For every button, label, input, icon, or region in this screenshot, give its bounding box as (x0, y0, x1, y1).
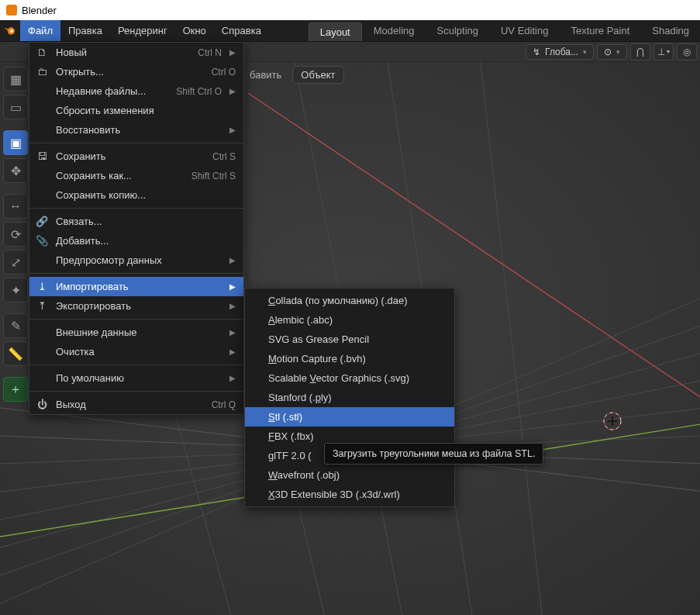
submenu-arrow-icon: ▶ (229, 328, 236, 337)
import-svg[interactable]: Scalable Vector Graphics (.svg) (245, 368, 454, 388)
tab-layout[interactable]: Layout (309, 22, 362, 41)
tool-move[interactable]: ↔ (3, 194, 28, 219)
svg-point-19 (10, 29, 13, 33)
import-submenu: Collada (по умолчанию) (.dae) Alembic (.… (244, 288, 455, 507)
file-quit[interactable]: ⏻ Выход Ctrl Q (29, 395, 243, 414)
power-icon: ⏻ (36, 399, 48, 410)
orientation-label: Глоба... (545, 47, 578, 57)
menu-separator (29, 143, 243, 143)
menu-window[interactable]: Окно (175, 20, 214, 41)
tab-texture-paint[interactable]: Texture Paint (559, 20, 640, 41)
import-obj[interactable]: Wavefront (.obj) (245, 465, 454, 485)
globe-icon: ↯ (533, 47, 540, 57)
import-stl[interactable]: Stl (.stl) (245, 407, 454, 427)
import-bvh[interactable]: Motion Capture (.bvh) (245, 349, 454, 368)
submenu-arrow-icon: ▶ (229, 374, 236, 382)
tab-modeling[interactable]: Modeling (362, 20, 426, 41)
submenu-arrow-icon: ▶ (229, 48, 236, 57)
file-export[interactable]: ⤒ Экспортировать ▶ (29, 296, 243, 316)
tab-uv-editing[interactable]: UV Editing (489, 20, 559, 41)
blender-app-icon (6, 5, 17, 16)
export-icon: ⤒ (36, 300, 48, 312)
tab-sculpting[interactable]: Sculpting (426, 20, 489, 41)
file-save-copy[interactable]: Сохранить копию... (29, 185, 243, 205)
submenu-arrow-icon: ▶ (229, 87, 236, 95)
magnet-icon: ⋂ (636, 47, 644, 57)
file-external-data[interactable]: Внешние данные ▶ (29, 323, 243, 342)
import-icon: ⤓ (36, 281, 48, 292)
import-svg-gp[interactable]: SVG as Grease Pencil (245, 330, 454, 349)
window-title: Blender (22, 5, 57, 16)
blender-logo-icon[interactable] (0, 20, 20, 41)
proportional-edit-toggle[interactable]: ◎ (677, 43, 697, 60)
menu-separator (29, 319, 243, 320)
file-recover[interactable]: Восстановить ▶ (29, 120, 243, 140)
file-defaults[interactable]: По умолчанию ▶ (29, 368, 243, 388)
import-ply[interactable]: Stanford (.ply) (245, 388, 454, 407)
link-icon: 🔗 (36, 216, 48, 227)
menu-separator (29, 365, 243, 365)
transform-orientation-dropdown[interactable]: ↯ Глоба... ▾ (526, 44, 594, 60)
menu-file[interactable]: Файл (20, 20, 60, 41)
add-menu[interactable]: бавить (242, 67, 289, 83)
window-titlebar: Blender (0, 0, 700, 20)
submenu-arrow-icon: ▶ (229, 282, 236, 291)
submenu-arrow-icon: ▶ (229, 126, 236, 134)
folder-icon: 🗀 (36, 66, 48, 78)
menu-separator (29, 273, 243, 274)
editor-type-dropdown[interactable]: ▦ (3, 67, 28, 92)
chevron-down-icon: ▾ (616, 48, 620, 56)
file-open[interactable]: 🗀 Открыть... Ctrl O (29, 62, 243, 81)
workspace-tabs: Layout Modeling Sculpting UV Editing Tex… (309, 20, 700, 41)
file-recent[interactable]: Недавние файлы... Shift Ctrl O ▶ (29, 81, 243, 101)
app-root: Файл Правка Рендеринг Окно Справка Layou… (0, 20, 700, 615)
top-menubar: Файл Правка Рендеринг Окно Справка Layou… (0, 20, 700, 42)
file-new[interactable]: 🗋 Новый Ctrl N ▶ (29, 43, 243, 62)
file-import[interactable]: ⤓ Импортировать ▶ (29, 277, 243, 296)
chevron-down-icon: ▾ (583, 48, 587, 56)
chevron-down-icon: ▾ (667, 48, 670, 55)
new-file-icon: 🗋 (36, 47, 48, 58)
file-revert[interactable]: Сбросить изменения (29, 101, 243, 120)
tab-shading[interactable]: Shading (640, 20, 700, 41)
import-x3d[interactable]: X3D Extensible 3D (.x3d/.wrl) (245, 485, 454, 504)
tool-scale[interactable]: ⤢ (3, 250, 28, 275)
object-menu[interactable]: Объект (292, 66, 343, 84)
pivot-icon: ⊙ (604, 47, 612, 57)
tool-strip: ▦ ▭ ▣ ✥ ↔ ⟳ ⤢ ✦ ✎ 📏 ＋ (3, 67, 28, 402)
menu-separator (29, 391, 243, 392)
tooltip: Загрузить треугольники меша из файла STL… (324, 443, 543, 465)
menu-help[interactable]: Справка (214, 20, 269, 41)
pivot-dropdown[interactable]: ⊙ ▾ (597, 44, 627, 60)
file-save-as[interactable]: Сохранить как... Shift Ctrl S (29, 166, 243, 185)
file-cleanup[interactable]: Очистка ▶ (29, 342, 243, 361)
menu-separator (29, 208, 243, 209)
file-data-preview[interactable]: Предпросмотр данных ▶ (29, 250, 243, 270)
menu-edit[interactable]: Правка (60, 20, 110, 41)
import-collada[interactable]: Collada (по умолчанию) (.dae) (245, 291, 454, 310)
append-icon: 📎 (36, 235, 48, 247)
snap-toggle[interactable]: ⋂ (630, 43, 650, 60)
tool-add[interactable]: ＋ (3, 377, 28, 402)
tool-measure[interactable]: 📏 (3, 341, 28, 366)
file-append[interactable]: 📎 Добавить... (29, 231, 243, 250)
save-icon: 🖫 (36, 150, 48, 162)
submenu-arrow-icon: ▶ (229, 347, 236, 356)
file-save[interactable]: 🖫 Сохранить Ctrl S (29, 147, 243, 166)
tool-rotate[interactable]: ⟳ (3, 222, 28, 247)
proportional-icon: ◎ (683, 47, 691, 57)
tool-cursor[interactable]: ✥ (3, 158, 28, 183)
file-link[interactable]: 🔗 Связать... (29, 212, 243, 231)
snap-target-icon: ⊥ (657, 47, 665, 57)
mode-dropdown[interactable]: ▭ (3, 95, 28, 119)
snap-dropdown[interactable]: ⊥▾ (653, 43, 674, 60)
import-alembic[interactable]: Alembic (.abc) (245, 310, 454, 330)
submenu-arrow-icon: ▶ (229, 256, 236, 264)
menu-render[interactable]: Рендеринг (110, 20, 175, 41)
file-menu-dropdown: 🗋 Новый Ctrl N ▶ 🗀 Открыть... Ctrl O Нед… (29, 42, 244, 415)
tool-transform[interactable]: ✦ (3, 278, 28, 302)
submenu-arrow-icon: ▶ (229, 302, 236, 310)
tool-select-box[interactable]: ▣ (3, 130, 28, 155)
tool-annotate[interactable]: ✎ (3, 313, 28, 338)
